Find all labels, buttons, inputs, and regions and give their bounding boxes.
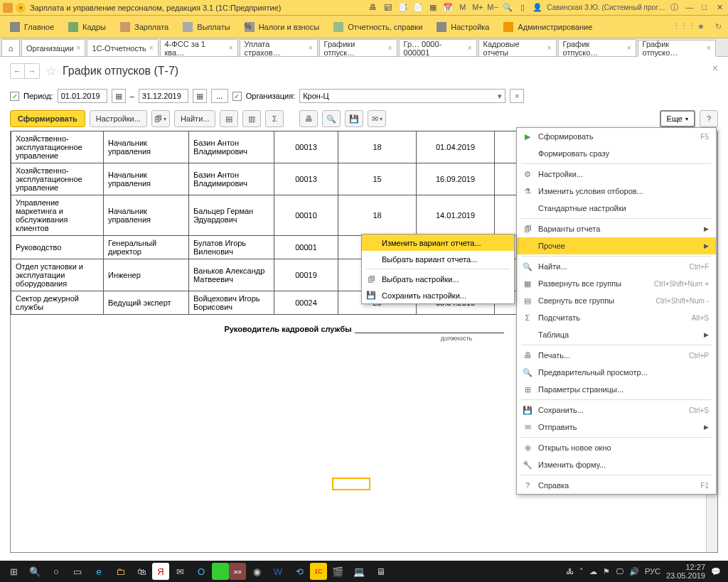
tab-6[interactable]: Кадровые отчеты× bbox=[478, 39, 557, 56]
zoom-icon[interactable]: 🔍 bbox=[502, 1, 513, 13]
save-icon[interactable]: 💾 bbox=[345, 110, 363, 127]
close-icon[interactable]: × bbox=[229, 44, 233, 52]
close-icon[interactable]: × bbox=[547, 44, 552, 52]
mm-find[interactable]: 🔍Найти...Ctrl+F bbox=[517, 258, 716, 275]
store-icon[interactable]: 🛍 bbox=[131, 561, 152, 581]
mplus-icon[interactable]: M+ bbox=[472, 1, 483, 13]
menu-admin[interactable]: Администрирование bbox=[496, 16, 599, 38]
submenu-choose-settings[interactable]: 🗐Выбрать настройки... bbox=[362, 271, 514, 287]
menu-main[interactable]: Главное bbox=[3, 16, 61, 38]
menu-tax[interactable]: %Налоги и взносы bbox=[237, 16, 327, 38]
save-icon[interactable]: 🗟 bbox=[382, 1, 394, 13]
grid-icon[interactable]: ▦ bbox=[427, 1, 439, 13]
submenu-save-settings[interactable]: 💾Сохранить настройки... bbox=[362, 287, 514, 303]
calc-icon[interactable]: 📑 bbox=[397, 1, 409, 13]
close-icon[interactable]: × bbox=[627, 44, 631, 52]
mm-editform[interactable]: 🔧Изменить форму... bbox=[517, 456, 716, 473]
expand-icon[interactable]: ▤ bbox=[220, 110, 238, 127]
app-icon[interactable] bbox=[212, 563, 229, 580]
m-icon[interactable]: M bbox=[457, 1, 469, 13]
close-icon[interactable]: × bbox=[707, 44, 711, 52]
mm-page[interactable]: ⊞Параметры страницы... bbox=[517, 381, 716, 398]
mm-expand[interactable]: ▦Развернуть все группыCtrl+Shift+Num + bbox=[517, 275, 716, 292]
menu-settings[interactable]: Настройка bbox=[429, 16, 496, 38]
send-icon[interactable]: ✉ bbox=[368, 110, 386, 127]
close-icon[interactable]: × bbox=[388, 44, 392, 52]
menu-pay[interactable]: Выплаты bbox=[176, 16, 237, 38]
variants-icon[interactable]: 🗐 bbox=[151, 110, 170, 127]
preview-icon[interactable]: 🔍 bbox=[322, 110, 341, 127]
apps-icon[interactable]: ⋮⋮⋮ bbox=[677, 20, 691, 34]
print-icon[interactable]: 🖶 bbox=[368, 1, 379, 13]
clear-org-icon[interactable]: × bbox=[510, 89, 524, 103]
taskview-icon[interactable]: ▭ bbox=[67, 561, 88, 581]
close-icon[interactable]: × bbox=[468, 44, 472, 52]
mm-preview[interactable]: 🔍Предварительный просмотр... bbox=[517, 364, 716, 381]
tab-5[interactable]: Гр… 0000-000001× bbox=[399, 39, 477, 56]
tab-7[interactable]: График отпуско…× bbox=[558, 39, 636, 56]
tab-1[interactable]: 1С-Отчетность× bbox=[87, 39, 158, 56]
more-button[interactable]: Еще▾ bbox=[660, 110, 695, 127]
sum-icon[interactable]: Σ bbox=[265, 110, 284, 127]
date-to-input[interactable] bbox=[139, 89, 188, 103]
tray-icon[interactable]: ⚑ bbox=[603, 567, 610, 576]
mm-newwin[interactable]: ⊕Открыть новое окно bbox=[517, 439, 716, 456]
mm-std[interactable]: Стандартные настройки bbox=[517, 200, 716, 217]
favorite-icon[interactable]: ☆ bbox=[46, 63, 57, 79]
calendar-icon[interactable]: ▦ bbox=[112, 89, 126, 103]
close-icon[interactable]: × bbox=[309, 44, 313, 52]
calendar-icon[interactable]: ▦ bbox=[193, 89, 207, 103]
tab-8[interactable]: График отпуско…× bbox=[638, 40, 716, 57]
menu-salary[interactable]: Зарплата bbox=[113, 16, 176, 38]
max-icon[interactable]: □ bbox=[699, 1, 710, 13]
mm-filters[interactable]: ⚗Изменить условия отборов... bbox=[517, 183, 716, 200]
tab-3[interactable]: Уплата страхов…× bbox=[240, 39, 318, 56]
tray-icon[interactable]: ☁ bbox=[589, 567, 597, 576]
fav-icon[interactable]: ★ bbox=[694, 20, 708, 34]
mm-collapse[interactable]: ▤Свернуть все группыCtrl+Shift+Num - bbox=[517, 292, 716, 309]
outlook-icon[interactable]: O bbox=[191, 561, 212, 581]
tab-2[interactable]: 4-ФСС за 1 ква…× bbox=[160, 39, 238, 56]
user-icon[interactable]: 👤 bbox=[532, 1, 543, 13]
explorer-icon[interactable]: 🗀 bbox=[109, 561, 131, 581]
close-icon[interactable]: × bbox=[149, 44, 154, 52]
close-icon[interactable]: × bbox=[77, 44, 81, 52]
info-icon[interactable]: ⓘ bbox=[669, 1, 680, 13]
mm-sum[interactable]: ΣПодсчитатьAlt+S bbox=[517, 309, 716, 326]
cal-icon[interactable]: 📅 bbox=[442, 1, 454, 13]
org-select[interactable]: Крон-Ц ▾ bbox=[299, 89, 505, 103]
chevron-up-icon[interactable]: ˄ bbox=[579, 567, 584, 576]
mm-table[interactable]: Таблица▶ bbox=[517, 326, 716, 343]
tab-4[interactable]: Графики отпуск…× bbox=[319, 39, 397, 56]
edge-icon[interactable]: e bbox=[88, 561, 109, 581]
back-icon[interactable]: ← bbox=[11, 64, 25, 78]
lang-indicator[interactable]: РУС bbox=[645, 567, 660, 576]
chrome-icon[interactable]: ◉ bbox=[246, 561, 267, 581]
system-tray[interactable]: 🖧 ˄ ☁ ⚑ 🖵 🔊 РУС 12:2723.05.2019 💬 bbox=[566, 563, 725, 580]
period-picker[interactable]: ... bbox=[211, 89, 228, 103]
form-button[interactable]: Сформировать bbox=[10, 110, 85, 127]
tab-0[interactable]: Организации× bbox=[21, 39, 85, 56]
page-close-icon[interactable]: × bbox=[712, 63, 718, 74]
dropdown-icon[interactable]: ▾ bbox=[16, 3, 26, 13]
book-icon[interactable]: ▯ bbox=[517, 1, 528, 13]
period-checkbox[interactable]: ✓ bbox=[10, 92, 19, 101]
fwd-icon[interactable]: → bbox=[25, 64, 39, 78]
mm-variants[interactable]: 🗐Варианты отчета▶ bbox=[517, 220, 716, 237]
doc-icon[interactable]: 📄 bbox=[412, 1, 424, 13]
clock[interactable]: 12:2723.05.2019 bbox=[666, 563, 705, 580]
submenu-choose-variant[interactable]: Выбрать вариант отчета... bbox=[362, 251, 514, 267]
menu-staff[interactable]: Кадры bbox=[61, 16, 113, 38]
start-icon[interactable]: ⊞ bbox=[3, 561, 24, 581]
min-icon[interactable]: — bbox=[684, 1, 695, 13]
word-icon[interactable]: W bbox=[267, 561, 289, 581]
app-icon[interactable]: зск bbox=[229, 563, 246, 580]
cortana-icon[interactable]: ○ bbox=[46, 561, 67, 581]
print-icon[interactable]: 🖶 bbox=[299, 110, 318, 127]
org-checkbox[interactable]: ✓ bbox=[232, 92, 242, 101]
submenu-change-variant[interactable]: Изменить вариант отчета... bbox=[362, 235, 514, 251]
app-icon[interactable]: 🖥 bbox=[370, 561, 391, 581]
menu-reports[interactable]: Отчетность, справки bbox=[326, 16, 429, 38]
mm-save[interactable]: 💾Сохранить...Ctrl+S bbox=[517, 402, 716, 419]
mm-settings[interactable]: ⚙Настройки... bbox=[517, 166, 716, 183]
